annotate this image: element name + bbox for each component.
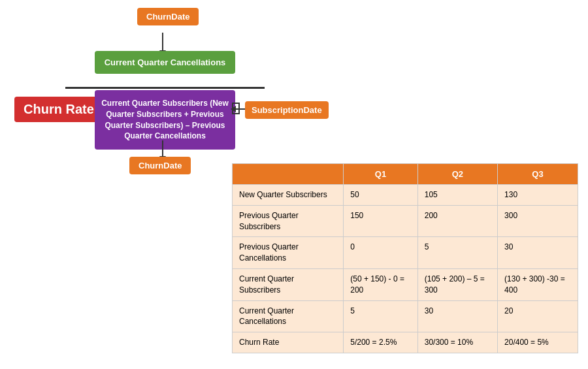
row-q1: 150 xyxy=(344,205,417,237)
churndate-bottom-box: ChurnDate xyxy=(129,157,191,174)
table-row: Churn Rate5/200 = 2.5%30/300 = 10%20/400… xyxy=(233,332,578,353)
cancellations-box: Current Quarter Cancellations xyxy=(95,51,235,74)
arrow-down-2 xyxy=(162,140,163,157)
churn-rate-label: Churn Rate xyxy=(14,97,103,122)
fraction-line xyxy=(65,87,265,89)
row-q3: 30 xyxy=(498,237,578,269)
row-label: Current Quarter Subscribers xyxy=(233,268,344,300)
row-q1: 5 xyxy=(344,300,417,332)
row-q2: 30 xyxy=(417,300,497,332)
row-q1: 5/200 = 2.5% xyxy=(344,332,417,353)
row-q1: 0 xyxy=(344,237,417,269)
arrow-down-1 xyxy=(162,33,163,51)
table-row: Current Quarter Subscribers(50 + 150) - … xyxy=(233,268,578,300)
col-header-q1: Q1 xyxy=(344,164,417,185)
row-q2: 200 xyxy=(417,205,497,237)
table-area: Q1 Q2 Q3 New Quarter Subscribers50105130… xyxy=(232,163,578,353)
table-row: Current Quarter Cancellations53020 xyxy=(233,300,578,332)
row-label: Current Quarter Cancellations xyxy=(233,300,344,332)
subscription-arrow xyxy=(235,108,245,110)
row-q3: 300 xyxy=(498,205,578,237)
row-q1: (50 + 150) - 0 = 200 xyxy=(344,268,417,300)
row-q1: 50 xyxy=(344,185,417,206)
col-header-label xyxy=(233,164,344,185)
table-row: New Quarter Subscribers50105130 xyxy=(233,185,578,206)
row-q3: 20 xyxy=(498,300,578,332)
row-q2: 105 xyxy=(417,185,497,206)
table-row: Previous Quarter Subscribers150200300 xyxy=(233,205,578,237)
row-label: Churn Rate xyxy=(233,332,344,353)
churndate-top-box: ChurnDate xyxy=(137,8,199,25)
table-row: Previous Quarter Cancellations0530 xyxy=(233,237,578,269)
row-q2: 5 xyxy=(417,237,497,269)
row-label: Previous Quarter Subscribers xyxy=(233,205,344,237)
row-q3: 20/400 = 5% xyxy=(498,332,578,353)
row-label: New Quarter Subscribers xyxy=(233,185,344,206)
row-q2: (105 + 200) – 5 = 300 xyxy=(417,268,497,300)
subscription-date-box: SubscriptionDate xyxy=(245,101,329,119)
subscribers-box: Current Quarter Subscribers (New Quarter… xyxy=(95,90,235,150)
churn-table: Q1 Q2 Q3 New Quarter Subscribers50105130… xyxy=(232,163,578,353)
col-header-q3: Q3 xyxy=(498,164,578,185)
row-q2: 30/300 = 10% xyxy=(417,332,497,353)
col-header-q2: Q2 xyxy=(417,164,497,185)
row-q3: 130 xyxy=(498,185,578,206)
row-label: Previous Quarter Cancellations xyxy=(233,237,344,269)
row-q3: (130 + 300) -30 = 400 xyxy=(498,268,578,300)
